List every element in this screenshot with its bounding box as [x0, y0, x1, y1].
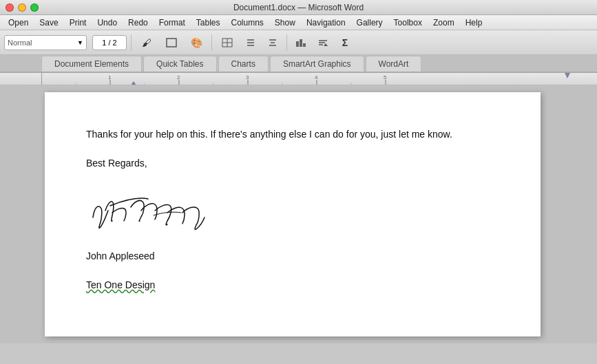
window-controls	[6, 3, 39, 12]
svg-rect-10	[296, 41, 299, 47]
menu-save[interactable]: Save	[34, 17, 63, 29]
letter-body: Thanks for your help on this. If there's…	[86, 127, 499, 293]
ruler: 1 2 3 4 5	[0, 73, 597, 85]
close-button[interactable]	[6, 3, 14, 12]
tab-quick-tables[interactable]: Quick Tables	[143, 56, 216, 72]
minimize-button[interactable]	[18, 3, 26, 12]
menu-redo[interactable]: Redo	[123, 17, 154, 29]
sidebar	[0, 85, 38, 343]
page-container: Thanks for your help on this. If there's…	[38, 85, 597, 343]
maximize-button[interactable]	[30, 3, 39, 12]
menu-format[interactable]: Format	[154, 17, 191, 29]
menu-bar: Open Save Print Undo Redo Format Tables …	[0, 15, 597, 30]
document-page[interactable]: Thanks for your help on this. If there's…	[45, 92, 541, 336]
menu-navigation[interactable]: Navigation	[301, 17, 351, 29]
menu-columns[interactable]: Columns	[225, 17, 269, 29]
signature-area	[86, 185, 499, 240]
menu-gallery[interactable]: Gallery	[351, 17, 388, 29]
tab-wordart[interactable]: WordArt	[366, 56, 422, 72]
svg-rect-0	[167, 39, 176, 47]
body-text: Thanks for your help on this. If there's…	[86, 127, 499, 142]
sort-tool[interactable]	[313, 34, 333, 52]
indent-tool[interactable]	[241, 34, 260, 52]
page-indicator: 1 / 2	[92, 35, 127, 50]
tab-smartart-graphics[interactable]: SmartArt Graphics	[270, 56, 364, 72]
menu-zoom[interactable]: Zoom	[428, 17, 460, 29]
sum-tool[interactable]: Σ	[335, 34, 355, 52]
tab-charts[interactable]: Charts	[218, 56, 269, 72]
svg-marker-33	[131, 81, 136, 85]
svg-marker-34	[565, 73, 570, 78]
chart-bar-tool[interactable]	[291, 34, 311, 52]
menu-open[interactable]: Open	[3, 17, 34, 29]
svg-text:1: 1	[108, 74, 112, 81]
menu-tables[interactable]: Tables	[191, 17, 226, 29]
sender-name: John Appleseed	[86, 248, 499, 264]
svg-text:5: 5	[384, 74, 387, 81]
window-title: Document1.docx — Microsoft Word	[233, 3, 364, 12]
menu-print[interactable]: Print	[64, 17, 92, 29]
table-tool[interactable]	[216, 34, 238, 52]
align-tool[interactable]	[263, 34, 282, 52]
color-tool[interactable]: 🎨	[185, 34, 207, 52]
menu-undo[interactable]: Undo	[92, 17, 123, 29]
document-area: Thanks for your help on this. If there's…	[0, 85, 597, 343]
separator	[211, 34, 212, 51]
menu-show[interactable]: Show	[269, 17, 301, 29]
highlight-tool[interactable]: 🖌	[136, 34, 158, 52]
menu-help[interactable]: Help	[460, 17, 488, 29]
svg-text:2: 2	[177, 74, 180, 81]
svg-rect-11	[300, 39, 302, 47]
tab-bar: Document Elements Quick Tables Charts Sm…	[0, 55, 597, 73]
separator	[286, 34, 287, 51]
sender-company: Ten One Design	[86, 277, 499, 292]
svg-marker-16	[324, 43, 328, 46]
svg-text:4: 4	[315, 74, 318, 81]
svg-text:3: 3	[246, 74, 249, 81]
signature-image	[86, 186, 224, 238]
menu-toolbox[interactable]: Toolbox	[388, 17, 428, 29]
title-bar: Document1.docx — Microsoft Word	[0, 0, 597, 15]
style-selector[interactable]: Normal ▼	[4, 35, 87, 50]
toolbar-primary: Normal ▼ 1 / 2 🖌 🎨 Σ	[0, 30, 597, 55]
border-tool[interactable]	[160, 34, 182, 52]
separator	[131, 34, 132, 51]
svg-rect-12	[303, 43, 306, 47]
tab-document-elements[interactable]: Document Elements	[41, 56, 142, 72]
regards-text: Best Regards,	[86, 156, 499, 171]
